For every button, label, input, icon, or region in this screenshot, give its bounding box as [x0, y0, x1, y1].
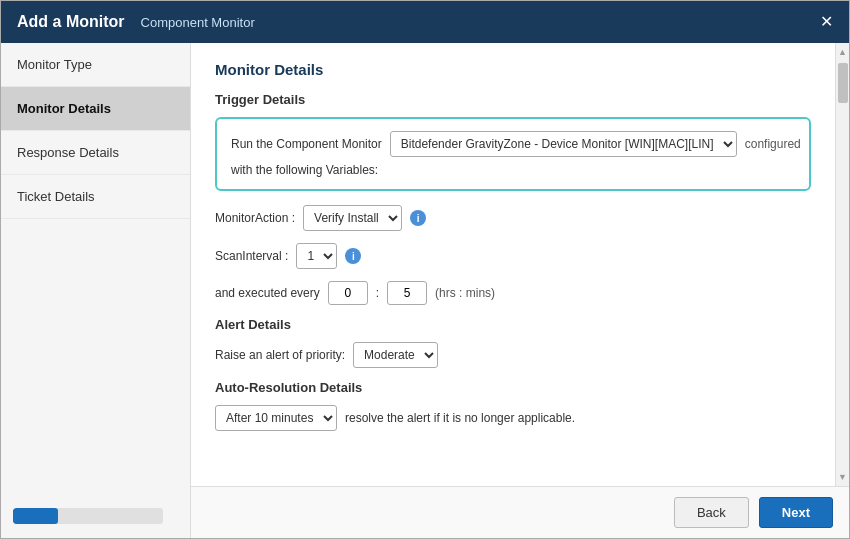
resolve-label: resolve the alert if it is no longer app… — [345, 411, 575, 425]
trigger-section-label: Trigger Details — [215, 92, 811, 107]
sidebar-item-ticket-details[interactable]: Ticket Details — [1, 175, 190, 219]
sidebar-item-response-details[interactable]: Response Details — [1, 131, 190, 175]
executed-every-prefix: and executed every — [215, 286, 320, 300]
trigger-row: Run the Component Monitor Bitdefender Gr… — [231, 131, 795, 157]
scan-interval-label: ScanInterval : — [215, 249, 288, 263]
auto-resolution-label: Auto-Resolution Details — [215, 380, 811, 395]
scroll-thumb[interactable] — [838, 63, 848, 103]
scroll-thumb-area — [838, 59, 848, 470]
trigger-box: Run the Component Monitor Bitdefender Gr… — [215, 117, 811, 191]
scan-interval-select[interactable]: 1 2 3 — [296, 243, 337, 269]
content-area: Monitor Details Trigger Details Run the … — [191, 43, 835, 486]
run-label: Run the Component Monitor — [231, 137, 382, 151]
variables-label: with the following Variables: — [231, 163, 795, 177]
configured-badge: configured — [745, 137, 801, 151]
raise-alert-label: Raise an alert of priority: — [215, 348, 345, 362]
dialog-footer: Back Next — [191, 486, 849, 538]
units-label: (hrs : mins) — [435, 286, 495, 300]
close-button[interactable]: ✕ — [820, 14, 833, 30]
dialog-subtitle: Component Monitor — [141, 15, 255, 30]
scroll-down-arrow[interactable]: ▼ — [838, 470, 847, 484]
main-content: Monitor Details Trigger Details Run the … — [191, 43, 849, 538]
sidebar-progress — [1, 494, 190, 538]
scan-interval-info-icon[interactable]: i — [345, 248, 361, 264]
scan-interval-row: ScanInterval : 1 2 3 i — [215, 243, 811, 269]
back-button[interactable]: Back — [674, 497, 749, 528]
alert-priority-row: Raise an alert of priority: Low Moderate… — [215, 342, 811, 368]
section-title: Monitor Details — [215, 61, 811, 78]
next-button[interactable]: Next — [759, 497, 833, 528]
mins-input[interactable] — [387, 281, 427, 305]
sidebar-item-monitor-details[interactable]: Monitor Details — [1, 87, 190, 131]
executed-every-row: and executed every : (hrs : mins) — [215, 281, 811, 305]
component-monitor-select[interactable]: Bitdefender GravityZone - Device Monitor… — [390, 131, 737, 157]
colon-separator: : — [376, 286, 379, 300]
monitor-action-label: MonitorAction : — [215, 211, 295, 225]
auto-resolution-select[interactable]: After 5 minutes After 10 minutes After 1… — [215, 405, 337, 431]
monitor-action-select[interactable]: Verify Install Install Uninstall — [303, 205, 402, 231]
dialog-body: Monitor Type Monitor Details Response De… — [1, 43, 849, 538]
dialog-container: Add a Monitor Component Monitor ✕ Monito… — [0, 0, 850, 539]
monitor-action-row: MonitorAction : Verify Install Install U… — [215, 205, 811, 231]
alert-priority-select[interactable]: Low Moderate High Critical — [353, 342, 438, 368]
progress-bar-background — [13, 508, 163, 524]
monitor-action-info-icon[interactable]: i — [410, 210, 426, 226]
hours-input[interactable] — [328, 281, 368, 305]
scrollbar[interactable]: ▲ ▼ — [835, 43, 849, 486]
sidebar: Monitor Type Monitor Details Response De… — [1, 43, 191, 538]
sidebar-item-monitor-type[interactable]: Monitor Type — [1, 43, 190, 87]
auto-resolution-row: After 5 minutes After 10 minutes After 1… — [215, 405, 811, 431]
title-bar: Add a Monitor Component Monitor ✕ — [1, 1, 849, 43]
dialog-title: Add a Monitor — [17, 13, 125, 31]
progress-bar-fill — [13, 508, 58, 524]
alert-section-label: Alert Details — [215, 317, 811, 332]
scroll-up-arrow[interactable]: ▲ — [838, 45, 847, 59]
